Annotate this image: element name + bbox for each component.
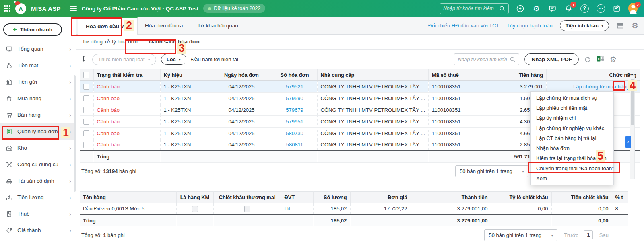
sort-download-icon[interactable] <box>80 56 87 64</box>
period-label[interactable]: Đầu năm tới hiện tại <box>191 56 238 62</box>
sidebar-item-cong-cu-dung-cu[interactable]: Công cụ dụng cụ› <box>0 156 76 173</box>
page-size-select[interactable]: 50 bản ghi trên 1 trang ▾ <box>484 229 557 241</box>
action-menu-item[interactable]: Xem <box>531 173 613 183</box>
download-center-icon[interactable] <box>516 4 525 13</box>
whats-new-icon[interactable] <box>612 4 621 13</box>
global-search-input[interactable] <box>443 6 497 11</box>
row-checkbox[interactable] <box>83 107 89 113</box>
sidebar-item-tien-mat[interactable]: Tiền mặt› <box>0 57 76 74</box>
action-menu-item[interactable]: Lập ủy nhiệm chi <box>531 113 613 123</box>
accounting-options-link[interactable]: Tùy chọn hạch toán <box>507 23 553 29</box>
col-chuc-nang[interactable]: Chức năng <box>553 69 640 81</box>
table-settings-icon[interactable]: ⚙ <box>610 55 617 64</box>
global-search[interactable] <box>440 3 509 14</box>
col-dvt[interactable]: ĐVT <box>281 192 313 203</box>
tab-to-khai-hai-quan[interactable]: Tờ khai hải quan <box>190 17 246 34</box>
prev-page-button[interactable]: Trước <box>564 232 578 238</box>
reconcile-link[interactable]: Đối chiếu HĐ đầu vào với TCT <box>428 23 500 29</box>
col-tien-ck[interactable]: Tiền chiết khấu <box>551 192 612 203</box>
sidebar-item-kho[interactable]: Kho› <box>0 140 76 156</box>
menu-toggle-icon[interactable] <box>70 6 77 11</box>
table-search-input[interactable] <box>458 57 507 62</box>
detail-row[interactable]: Dầu Điêzen 0,001S Mức 5 Lít 185,02 17.72… <box>80 203 628 215</box>
col-nha-cung-cap[interactable]: Nhà cung cấp <box>317 69 429 81</box>
action-menu-item[interactable]: Lập chứng từ nghiệp vụ khác <box>531 123 613 133</box>
table-scrollbar-thumb[interactable] <box>631 79 634 125</box>
notifications-icon[interactable]: 1 <box>564 4 573 13</box>
user-avatar[interactable]: 2 <box>628 4 638 13</box>
km-checkbox[interactable] <box>192 206 198 212</box>
invoice-number-link[interactable]: 579679 <box>272 104 317 116</box>
action-menu-item[interactable]: Chuyển trạng thái "Đã hạch toán" <box>531 163 613 173</box>
invoice-number-link[interactable]: 579521 <box>272 81 317 93</box>
export-excel-icon[interactable]: X <box>597 55 605 64</box>
current-page-box[interactable]: 1 <box>584 230 593 239</box>
col-ten-hang[interactable]: Tên hàng <box>80 192 176 203</box>
action-menu-item[interactable]: Lập phiếu chi tiền mặt <box>531 103 613 113</box>
layout-rows-icon[interactable] <box>616 22 624 29</box>
select-all-checkbox[interactable] <box>83 72 89 78</box>
feedback-icon[interactable] <box>548 4 557 13</box>
col-tien-hang[interactable]: Tiền hàng <box>489 69 547 81</box>
sidebar-item-thue[interactable]: Thuế› <box>0 206 76 222</box>
row-checkbox[interactable] <box>83 95 89 101</box>
col-don-gia[interactable]: Đơn giá <box>350 192 411 203</box>
help-icon[interactable]: ? <box>580 4 589 13</box>
settings-icon[interactable]: ⚙ <box>532 4 541 13</box>
collapse-panel-icon[interactable]: ‹ <box>625 136 631 148</box>
invoice-number-link[interactable]: 579590 <box>272 93 317 104</box>
sidebar-item-tien-luong[interactable]: Tiền lương› <box>0 189 76 206</box>
page-size-select[interactable]: 50 bản ghi trên 1 trang ▾ <box>455 165 528 177</box>
sidebar-item-quan-ly-hoa-don[interactable]: Quản lý hóa đơn› <box>0 123 76 140</box>
col-thue-suat[interactable]: % t <box>612 192 628 203</box>
invoice-number-link[interactable]: 579951 <box>272 116 317 128</box>
row-checkbox[interactable] <box>83 119 89 125</box>
quick-add-button[interactable]: + Thêm nhanh <box>3 23 62 36</box>
sidebar-item-tai-san-co-dinh[interactable]: Tài sản cố định› <box>0 173 76 189</box>
next-page-button[interactable]: Sau <box>599 232 609 238</box>
sidebar-item-tong-quan[interactable]: Tổng quan› <box>0 41 76 57</box>
discount-checkbox[interactable] <box>244 206 250 212</box>
sidebar-scrollbar[interactable] <box>74 75 76 192</box>
col-la-hang-km[interactable]: Là hàng KM <box>176 192 213 203</box>
subtab-danh-sach-hoa-don[interactable]: Danh sách hóa đơn <box>149 35 200 49</box>
tab-hoa-don-dau-vao[interactable]: Hóa đơn đầu vào <box>78 17 138 35</box>
company-name[interactable]: Công ty Cổ Phần Cảm xúc Việt - QC ASP Te… <box>82 6 199 12</box>
tab-hoa-don-dau-ra[interactable]: Hóa đơn đầu ra <box>138 17 190 34</box>
action-menu-item[interactable]: Lập CT bán hàng bị trả lại <box>531 133 613 143</box>
filter-button[interactable]: Lọc▾ <box>161 54 186 65</box>
accounting-data-badge[interactable]: Dữ liệu kế toán 2022 <box>203 4 265 13</box>
sidebar-item-gia-thanh[interactable]: Giá thành› <box>0 222 76 239</box>
utilities-button[interactable]: Tiện ích khác▾ <box>560 20 609 31</box>
col-ngay-hoa-don[interactable]: Ngày hóa đơn <box>211 69 272 81</box>
sidebar-item-tien-gui[interactable]: Tiền gửi› <box>0 74 76 90</box>
row-checkbox[interactable] <box>83 84 89 90</box>
sidebar-item-ban-hang[interactable]: Bán hàng› <box>0 107 76 123</box>
col-ma-so-thue[interactable]: Mã số thuế <box>429 69 489 81</box>
action-menu-item[interactable]: Lập chứng từ mua dịch vụ <box>531 93 613 103</box>
col-thanh-tien[interactable]: Thành tiền <box>411 192 491 203</box>
action-menu-item[interactable]: Kiểm tra lại trạng thái hóa đơn <box>531 153 613 163</box>
more-icon[interactable]: ⋯ <box>596 4 605 13</box>
row-checkbox[interactable] <box>83 142 89 148</box>
col-so-luong[interactable]: Số lượng <box>313 192 350 203</box>
invoice-row[interactable]: Cảnh báo1 - K25TXN04/12/2025579521CÔNG T… <box>80 81 640 93</box>
action-menu-item[interactable]: Nhận hóa đơn <box>531 143 613 153</box>
subtab-tu-dong-xu-ly[interactable]: Tự động xử lý hóa đơn <box>82 35 138 49</box>
col-ty-le-ck[interactable]: Tỷ lệ chiết khấu <box>491 192 551 203</box>
table-search[interactable] <box>454 53 519 65</box>
invoice-number-link[interactable]: 580730 <box>272 128 317 139</box>
app-grid-icon[interactable] <box>4 5 10 12</box>
refresh-icon[interactable] <box>584 56 591 63</box>
action-link[interactable]: Lập chứng từ mua hàng <box>573 84 630 90</box>
sidebar-item-mua-hang[interactable]: Mua hàng› <box>0 90 76 107</box>
col-so-hoa-don[interactable]: Số hóa đơn <box>272 69 317 81</box>
grid-settings-icon[interactable]: ⚙ <box>632 21 638 30</box>
row-checkbox[interactable] <box>83 130 89 136</box>
col-chiet-khau-tm[interactable]: Chiết khấu thương mại <box>213 192 281 203</box>
import-xml-pdf-button[interactable]: Nhập XML, PDF <box>524 53 579 65</box>
batch-actions-button[interactable]: Thực hiện hàng loạt▾ <box>92 54 156 65</box>
col-trang-thai[interactable]: Trạng thái kiểm tra <box>93 69 160 81</box>
invoice-number-link[interactable]: 580811 <box>272 139 317 151</box>
col-ky-hieu[interactable]: Ký hiệu <box>160 69 211 81</box>
